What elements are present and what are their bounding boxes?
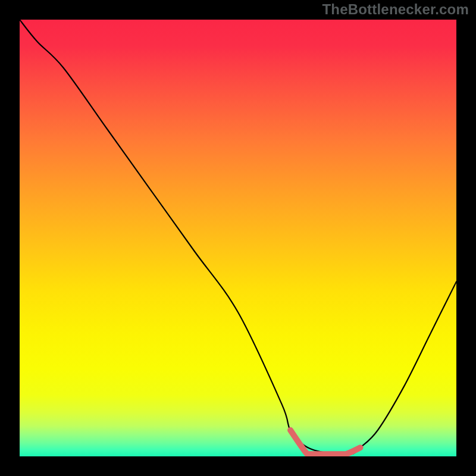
gradient-background	[20, 20, 456, 456]
plot-area	[20, 20, 456, 456]
watermark-text: TheBottlenecker.com	[322, 1, 469, 18]
chart-frame: TheBottlenecker.com	[0, 0, 476, 476]
